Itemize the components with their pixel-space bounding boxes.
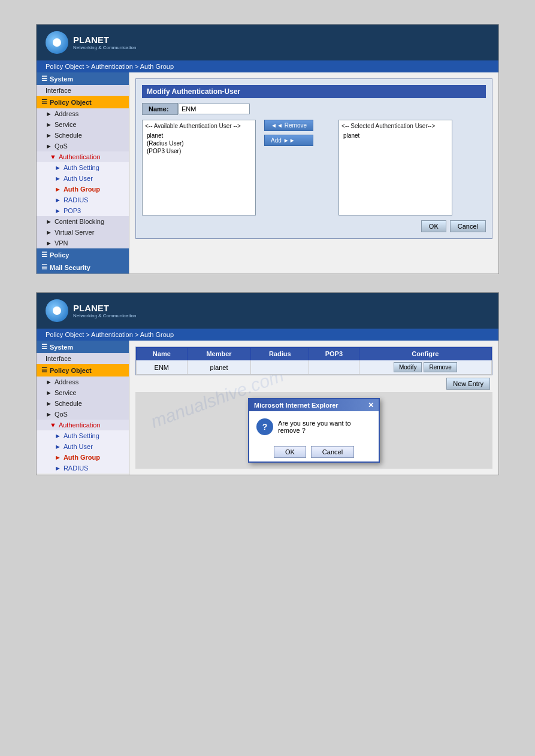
name-row: Name: (142, 103, 486, 115)
table-row: ENM planet Modify Remove (137, 360, 492, 375)
sidebar2-item-schedule[interactable]: ► Schedule (37, 398, 129, 409)
auth-action-buttons: ◄◄ Remove Add ►► (261, 120, 317, 146)
sidebar-item-policy-object[interactable]: ☰ Policy Object (37, 96, 129, 108)
sidebar-item-schedule[interactable]: ► Schedule (37, 130, 129, 141)
modify-form: Modify Authentication-User Name: <-- Ava… (135, 78, 492, 239)
sidebar-item-auth-group[interactable]: ► Auth Group (37, 184, 129, 195)
sidebar2-item-address[interactable]: ► Address (37, 377, 129, 387)
sidebar2-item-authentication[interactable]: ▼ Authentication (37, 420, 129, 430)
dialog-close-button[interactable]: ✕ (368, 401, 374, 409)
dialog-buttons: OK Cancel (249, 442, 379, 462)
col-radius: Radius (251, 348, 309, 360)
selected-item-planet[interactable]: planet (341, 132, 449, 139)
available-users-box: <-- Available Authentication User --> pl… (142, 120, 256, 215)
sidebar: ☰ System Interface ☰ Policy Object ► Add… (37, 72, 129, 274)
sidebar-item-qos[interactable]: ► QoS (37, 141, 129, 151)
sidebar-item-vpn[interactable]: ► VPN (37, 238, 129, 248)
sidebar-item-content-blocking[interactable]: ► Content Blocking (37, 216, 129, 227)
add-button[interactable]: Add ►► (264, 135, 313, 146)
row-name: ENM (137, 360, 188, 375)
sidebar-item-authentication[interactable]: ▼ Authentication (37, 151, 129, 162)
available-item-radius[interactable]: (Radius User) (145, 139, 253, 147)
form-footer: OK Cancel (142, 220, 486, 232)
row-pop3 (309, 360, 359, 375)
selected-header: <-- Selected Authentication User--> (341, 123, 449, 129)
cancel-button[interactable]: Cancel (450, 220, 486, 232)
add-arrow-icon: ►► (283, 137, 295, 144)
auth-group-table: Name Member Radius POP3 Configre ENM (135, 347, 492, 375)
available-header: <-- Available Authentication User --> (145, 123, 253, 129)
sidebar-item-address[interactable]: ► Address (37, 108, 129, 119)
dialog-overlay: Microsoft Internet Explorer ✕ ? Are you … (135, 392, 492, 469)
confirm-dialog: Microsoft Internet Explorer ✕ ? Are you … (248, 398, 380, 463)
logo-icon-2 (46, 299, 68, 322)
sidebar-2: ☰ System Interface ☰ Policy Object ► Add… (37, 341, 129, 475)
remove-row-button[interactable]: Remove (424, 362, 457, 372)
sidebar-item-system[interactable]: ☰ System (37, 72, 129, 85)
name-label: Name: (142, 103, 178, 115)
new-entry-row: New Entry (135, 375, 492, 392)
col-name: Name (137, 348, 188, 360)
available-item-pop3[interactable]: (POP3 User) (145, 147, 253, 155)
col-configure: Configre (359, 348, 491, 360)
name-input[interactable] (178, 104, 250, 114)
sidebar2-item-auth-user[interactable]: ► Auth User (37, 441, 129, 452)
sidebar-item-virtual-server[interactable]: ► Virtual Server (37, 227, 129, 238)
sidebar-item-interface[interactable]: Interface (37, 85, 129, 96)
selected-users-box: <-- Selected Authentication User--> plan… (338, 120, 452, 215)
sidebar-item-radius[interactable]: ► RADIUS (37, 195, 129, 205)
sidebar2-item-qos[interactable]: ► QoS (37, 409, 129, 420)
sidebar-item-policy[interactable]: ☰ Policy (37, 248, 129, 261)
row-actions: Modify Remove (359, 360, 491, 375)
sidebar-item-mail-security[interactable]: ☰ Mail Security (37, 261, 129, 274)
row-member: planet (187, 360, 251, 375)
dialog-ok-button[interactable]: OK (274, 446, 306, 458)
remove-button[interactable]: ◄◄ Remove (264, 120, 313, 131)
logo-text: PLANET Networking & Communication (73, 35, 136, 50)
logo-text-2: PLANET Networking & Communication (73, 303, 136, 318)
sidebar-item-auth-user[interactable]: ► Auth User (37, 173, 129, 184)
col-member: Member (187, 348, 251, 360)
col-pop3: POP3 (309, 348, 359, 360)
modify-row-button[interactable]: Modify (394, 362, 422, 372)
sidebar2-item-auth-group[interactable]: ► Auth Group (37, 452, 129, 463)
breadcrumb: Policy Object > Authentication > Auth Gr… (37, 60, 498, 72)
sidebar2-item-service[interactable]: ► Service (37, 387, 129, 398)
dialog-title: Microsoft Internet Explorer (254, 402, 338, 409)
sidebar-item-pop3[interactable]: ► POP3 (37, 205, 129, 216)
new-entry-button[interactable]: New Entry (446, 378, 490, 390)
sidebar-item-auth-setting[interactable]: ► Auth Setting (37, 162, 129, 173)
sidebar2-item-radius[interactable]: ► RADIUS (37, 463, 129, 473)
remove-arrow-icon: ◄◄ (271, 122, 283, 129)
ok-button[interactable]: OK (421, 220, 446, 232)
dialog-message: Are you sure you want to remove ? (278, 420, 371, 434)
logo-icon (46, 31, 68, 54)
auth-panels: <-- Available Authentication User --> pl… (142, 120, 486, 215)
dialog-cancel-button[interactable]: Cancel (311, 446, 354, 458)
logo-2: PLANET Networking & Communication (46, 299, 136, 322)
dialog-titlebar: Microsoft Internet Explorer ✕ (249, 399, 379, 411)
form-title: Modify Authentication-User (142, 85, 486, 98)
logo: PLANET Networking & Communication (46, 31, 136, 54)
sidebar-item-service[interactable]: ► Service (37, 119, 129, 130)
dialog-question-icon: ? (256, 418, 273, 435)
sidebar2-item-system[interactable]: ☰ System (37, 341, 129, 353)
header-bar: PLANET Networking & Communication (37, 25, 498, 60)
sidebar2-item-policy-object[interactable]: ☰ Policy Object (37, 364, 129, 377)
available-item-planet[interactable]: planet (145, 132, 253, 139)
row-radius (251, 360, 309, 375)
header-bar-2: PLANET Networking & Communication (37, 293, 498, 329)
sidebar2-item-interface[interactable]: Interface (37, 353, 129, 364)
dialog-body: ? Are you sure you want to remove ? (249, 411, 379, 442)
breadcrumb-2: Policy Object > Authentication > Auth Gr… (37, 329, 498, 341)
sidebar2-item-auth-setting[interactable]: ► Auth Setting (37, 430, 129, 441)
